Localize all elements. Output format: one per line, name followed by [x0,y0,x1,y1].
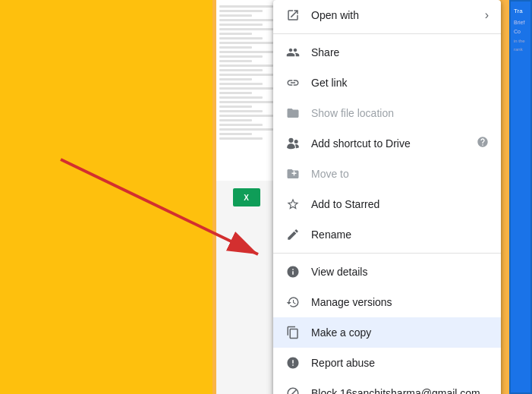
rename-icon [285,227,301,242]
menu-item-rename-label: Rename [311,229,489,241]
info-icon [285,264,301,279]
link-icon [285,75,301,90]
divider-2 [273,253,501,254]
menu-item-get-link-label: Get link [311,77,489,89]
share-icon [285,45,301,60]
menu-item-open-with[interactable]: Open with › [273,0,501,30]
menu-item-open-with-label: Open with [311,9,485,21]
menu-item-show-file-location: Show file location [273,98,501,128]
menu-item-show-file-location-label: Show file location [311,107,489,119]
menu-item-manage-versions[interactable]: Manage versions [273,287,501,317]
folder-icon [285,106,301,121]
menu-item-make-copy-label: Make a copy [311,326,489,339]
menu-item-block-user[interactable]: Block 16sanchitsharma@gmail.com [273,378,501,394]
shortcut-icon [285,136,301,151]
menu-item-move-to: Move to [273,159,501,189]
menu-item-view-details-label: View details [311,266,489,278]
menu-item-move-to-label: Move to [311,168,489,180]
menu-item-get-link[interactable]: Get link [273,68,501,98]
menu-item-report-abuse[interactable]: Report abuse [273,348,501,378]
submenu-arrow-icon: › [485,8,489,22]
right-panel-text: Tra Brief Co in the rank [511,2,530,60]
menu-item-make-copy[interactable]: Make a copy [273,317,501,348]
menu-item-block-user-label: Block 16sanchitsharma@gmail.com [311,387,489,394]
star-icon [285,197,301,212]
menu-item-share[interactable]: Share [273,37,501,68]
menu-item-add-starred-label: Add to Starred [311,198,489,210]
right-panel: Tra Brief Co in the rank [509,0,532,394]
context-menu: Open with › Share Get link Show file loc… [273,0,501,394]
versions-icon [285,295,301,310]
excel-badge: X [233,188,260,206]
doc-thumbnail [216,0,277,182]
menu-item-share-label: Share [311,46,489,58]
menu-item-report-abuse-label: Report abuse [311,357,489,369]
move-icon [285,166,301,181]
menu-item-manage-versions-label: Manage versions [311,296,489,308]
menu-item-rename[interactable]: Rename [273,219,501,250]
copy-icon [285,325,301,340]
divider-1 [273,33,501,34]
menu-item-add-shortcut-label: Add shortcut to Drive [311,137,471,150]
report-icon [285,355,301,370]
left-panel [0,0,212,394]
open-with-icon [285,8,301,23]
block-icon [285,386,301,394]
menu-item-add-starred[interactable]: Add to Starred [273,189,501,219]
menu-item-add-shortcut[interactable]: Add shortcut to Drive [273,128,501,159]
menu-item-view-details[interactable]: View details [273,257,501,287]
help-icon [477,136,489,151]
file-icons-area: X [216,181,277,394]
